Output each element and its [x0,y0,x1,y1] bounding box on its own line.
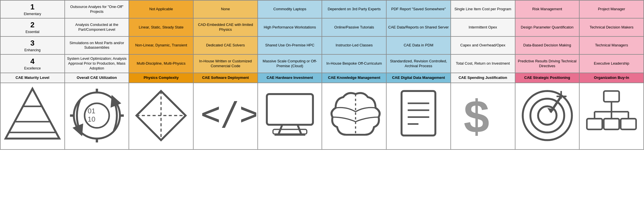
level-number: 3 [2,38,63,48]
cell-spending: Capex and Overhead/Opex [451,36,515,54]
hdr-digital: CAE Digital Data Management [386,73,451,83]
level-number: 1 [2,2,63,12]
svg-rect-40 [587,118,602,129]
icon-gear-cycle: 01 10 [65,83,129,150]
cell-hardware: Massive Scale Computing or Off-Premise (… [258,54,322,73]
icon-code: </> [193,83,258,150]
svg-text:</>: </> [201,95,256,132]
svg-line-13 [137,116,161,140]
icon-dollar: $ [451,83,515,150]
cell-utilization: Outsource Analyes for "One-Off" Projects [65,0,129,18]
cell-software: CAD-Embedded CAE with limited Physics [193,18,258,36]
svg-marker-0 [5,89,59,138]
brain-icon [323,85,385,146]
svg-rect-34 [604,91,619,102]
svg-rect-41 [604,118,619,129]
cell-digital: PDF Report "Saved Somewhere" [386,0,451,18]
cell-physics: Not Applicable [129,0,193,18]
cell-level: 4Excellence [0,54,65,73]
svg-rect-42 [621,118,636,129]
icon-target [515,83,580,150]
hdr-strategic: CAE Strategic Positioning [515,73,580,83]
icon-document [386,83,451,150]
hdr-knowledge: CAE Knowledge Management [322,73,386,83]
org-chart-icon [581,85,642,146]
header-row: CAE Maturity Level Overall CAE Utilizati… [0,73,644,83]
cell-software: None [193,0,258,18]
table-row: 1ElementaryOutsource Analyes for "One-Of… [0,0,644,18]
cell-level: 1Elementary [0,0,65,18]
cell-level: 3Enhancing [0,36,65,54]
diamond-mesh-icon [130,85,192,146]
svg-rect-21 [402,91,436,135]
hdr-level: CAE Maturity Level [0,73,65,83]
code-icon: </> [195,85,256,146]
cell-knowledge: Dependent on 3rd Party Experts [322,0,386,18]
cell-spending: Total Cost, Return on Investment [451,54,515,73]
cell-buyin: Technical Decision Makers [579,18,644,36]
cell-hardware: Commodity Laptops [258,0,322,18]
level-number: 2 [2,20,63,30]
svg-text:$: $ [464,91,489,142]
icon-pyramid [0,83,65,150]
icon-brain [322,83,386,150]
cell-strategic: Risk Management [515,0,580,18]
cell-level: 2Essential [0,18,65,36]
level-name: Enhancing [2,48,63,53]
svg-point-4 [74,93,120,139]
cell-physics: Multi-Discipline, Multi-Physics [129,54,193,73]
cell-spending: Intermittent Opex [451,18,515,36]
pyramid-icon [2,85,63,146]
cell-utilization: Analysis Conducted at the Part/Component… [65,18,129,36]
cell-hardware: High Performance Workstations [258,18,322,36]
table-row: 3EnhancingSimulations on Most Parts and/… [0,36,644,54]
cell-knowledge: Instructor-Led Classes [322,36,386,54]
cell-buyin: Executive Leadership [579,54,644,73]
main-table-wrapper: 1ElementaryOutsource Analyes for "One-Of… [0,0,644,150]
cae-maturity-table: 1ElementaryOutsource Analyes for "One-Of… [0,0,644,150]
cell-buyin: Technical Managers [579,36,644,54]
cell-strategic: Predictive Results Driving Technical Dir… [515,54,580,73]
level-name: Excellence [2,66,63,71]
cell-strategic: Design Parameter Quantificaton [515,18,580,36]
icon-monitor [258,83,322,150]
cell-physics: Linear, Static, Steady State [129,18,193,36]
cell-knowledge: Online/Passive Tutorials [322,18,386,36]
cell-digital: CAE Data in PDM [386,36,451,54]
icon-org-chart [579,83,644,150]
svg-text:10: 10 [88,115,95,123]
svg-point-28 [530,99,564,132]
level-name: Elementary [2,12,63,17]
monitor-icon [259,85,321,146]
cell-digital: CAE Data/Reports on Shared Server [386,18,451,36]
svg-rect-16 [267,94,313,125]
table-row: 2EssentialAnalysis Conducted at the Part… [0,18,644,36]
cell-hardware: Shared Use On-Premise HPC [258,36,322,54]
cell-knowledge: In-House Bespoke Off-Curriculum [322,54,386,73]
cell-buyin: Project Manager [579,0,644,18]
svg-text:01: 01 [88,107,95,115]
cell-software: In-House Written or Customized Commercia… [193,54,258,73]
level-name: Essential [2,30,63,34]
hdr-software: CAE Software Deployment [193,73,258,83]
table-row: 4ExcellenceSystem Level Optimization; An… [0,54,644,73]
cell-utilization: Simulations on Most Parts and/or Subasse… [65,36,129,54]
cell-utilization: System Level Optimization; Analysis Appr… [65,54,129,73]
cell-physics: Non-Linear, Dynamic, Transient [129,36,193,54]
dollar-icon: $ [452,85,514,146]
cell-spending: Single Line Item Cost per Program [451,0,515,18]
level-number: 4 [2,57,63,66]
cell-strategic: Data-Based Decision Making [515,36,580,54]
hdr-spending: CAE Spending Justification [451,73,515,83]
hdr-buyin: Organization Buy-In [579,73,644,83]
icon-diamond-mesh [129,83,193,150]
gear-cycle-icon: 01 10 [66,85,128,146]
target-icon [517,85,578,146]
cell-software: Dedicated CAE Solvers [193,36,258,54]
hdr-hardware: CAE Hardware Investment [258,73,322,83]
hdr-physics: Physics Complexity [129,73,193,83]
hdr-utilization: Overall CAE Utilization [65,73,129,83]
document-icon [388,85,449,146]
cell-digital: Standardized, Revision Controlled, Archi… [386,54,451,73]
icon-row: 01 10 [0,83,644,150]
